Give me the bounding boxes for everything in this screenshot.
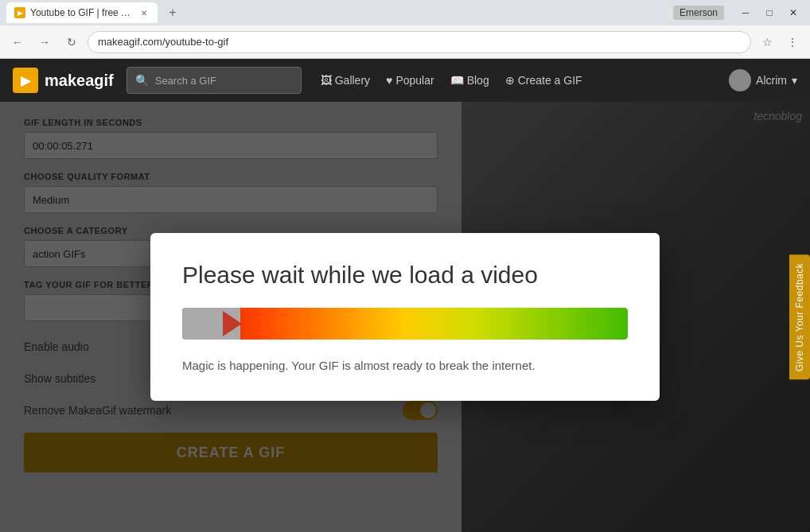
back-button[interactable]: ← [6, 31, 29, 53]
site-logo: ▶ makeagif [13, 68, 114, 93]
page-content: ▶ makeagif 🔍 Search a GIF 🖼 Gallery ♥ Po… [0, 59, 810, 532]
nav-icons: ☆ ⋮ [756, 31, 804, 53]
gallery-link[interactable]: 🖼 Gallery [321, 74, 370, 87]
refresh-button[interactable]: ↻ [60, 31, 83, 53]
modal-subtitle: Magic is happening. Your GIF is almost r… [182, 359, 628, 372]
username: Alcrim [756, 74, 787, 87]
create-label: Create a GIF [518, 74, 582, 87]
close-button[interactable]: ✕ [783, 2, 804, 23]
blog-link[interactable]: 📖 Blog [450, 74, 489, 87]
new-tab-button[interactable]: + [162, 2, 183, 23]
maximize-button[interactable]: □ [759, 2, 780, 23]
user-area[interactable]: Alcrim ▾ [729, 69, 797, 91]
popular-label: Popular [395, 74, 434, 87]
user-badge: Emerson [673, 6, 724, 20]
forward-button[interactable]: → [33, 31, 56, 53]
search-placeholder: Search a GIF [155, 75, 216, 87]
window-controls: ─ □ ✕ [735, 2, 804, 23]
minimize-button[interactable]: ─ [735, 2, 756, 23]
progress-arrow-icon [223, 311, 242, 336]
modal: Please wait while we load a video Magic … [150, 233, 660, 401]
feedback-button[interactable]: Give Us Your Feedback [789, 254, 810, 379]
gallery-icon: 🖼 [321, 74, 332, 87]
progress-bar-container [182, 308, 628, 340]
progress-bar-bg [182, 308, 628, 340]
create-link[interactable]: ⊕ Create a GIF [505, 74, 582, 87]
url-text: makeagif.com/youtube-to-gif [98, 36, 228, 48]
page-body: GIF LENGTH IN SECONDS CHOOSE QUALITY FOR… [0, 102, 810, 532]
tab-title: Youtube to GIF | free YouT [30, 7, 134, 18]
plus-icon: ⊕ [505, 74, 515, 87]
search-icon: 🔍 [135, 74, 149, 87]
tab-close-button[interactable]: ✕ [138, 7, 150, 18]
chevron-down-icon: ▾ [792, 74, 797, 87]
tab-favicon: ▶ [14, 7, 25, 18]
avatar [729, 69, 751, 91]
browser-navbar: ← → ↻ makeagif.com/youtube-to-gif ☆ ⋮ [0, 25, 810, 59]
heart-icon: ♥ [386, 74, 392, 87]
logo-text: makeagif [45, 72, 114, 90]
gallery-label: Gallery [335, 74, 370, 87]
menu-button[interactable]: ⋮ [781, 31, 804, 53]
browser-tab[interactable]: ▶ Youtube to GIF | free YouT ✕ [6, 2, 158, 23]
progress-bar-fill [182, 308, 240, 340]
logo-icon: ▶ [13, 68, 38, 93]
modal-title: Please wait while we load a video [182, 262, 628, 289]
nav-links: 🖼 Gallery ♥ Popular 📖 Blog ⊕ Create a GI… [321, 74, 582, 87]
popular-link[interactable]: ♥ Popular [386, 74, 434, 87]
browser-titlebar: ▶ Youtube to GIF | free YouT ✕ + Emerson… [0, 0, 810, 25]
blog-icon: 📖 [450, 74, 464, 87]
site-header: ▶ makeagif 🔍 Search a GIF 🖼 Gallery ♥ Po… [0, 59, 810, 102]
blog-label: Blog [467, 74, 489, 87]
search-bar[interactable]: 🔍 Search a GIF [127, 67, 302, 94]
address-bar[interactable]: makeagif.com/youtube-to-gif [88, 31, 751, 53]
modal-overlay: Please wait while we load a video Magic … [0, 102, 810, 532]
bookmark-button[interactable]: ☆ [756, 31, 778, 53]
